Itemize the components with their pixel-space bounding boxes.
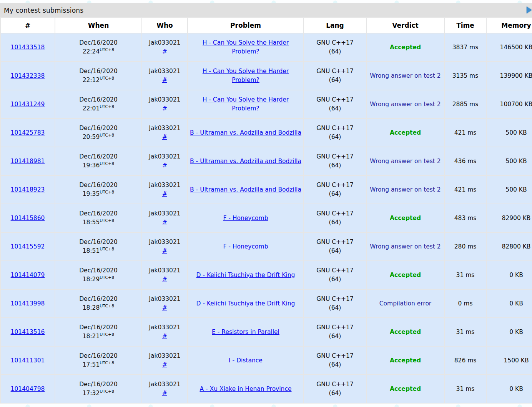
user-submissions-link[interactable]: # [162, 219, 167, 226]
submission-id-link[interactable]: 101411301 [11, 357, 45, 364]
memory-used: 500 KB [505, 158, 527, 165]
problem-link[interactable]: H - Can You Solve the Harder Problem? [203, 68, 289, 83]
submission-id-cell: 101431249 [0, 90, 55, 118]
submission-id-cell: 101432338 [0, 62, 55, 90]
time-cell: 3837 ms [444, 33, 486, 62]
user-submissions-link[interactable]: # [162, 247, 167, 254]
verdict-cell: Wrong answer on test 2 [366, 232, 444, 261]
problem-link[interactable]: F - Honeycomb [223, 215, 268, 222]
user-submissions-link[interactable]: # [162, 390, 167, 397]
problem-link[interactable]: B - Ultraman vs. Aodzilla and Bodzilla [190, 158, 301, 165]
submission-date: Dec/16/2020 [57, 323, 140, 332]
language-variant: (64) [306, 161, 364, 170]
problem-link[interactable]: I - Distance [229, 357, 263, 364]
memory-used: 146500 KB [500, 44, 532, 51]
memory-used: 139900 KB [500, 72, 532, 79]
language-variant: (64) [306, 47, 364, 56]
lang-cell: GNU C++17 (64) [304, 90, 366, 118]
language-name: GNU C++17 [306, 238, 364, 247]
language-name: GNU C++17 [306, 209, 364, 218]
when-cell: Dec/16/2020 22:01UTC+8 [55, 90, 142, 118]
problem-cell: F - Honeycomb [188, 204, 304, 232]
submission-date: Dec/16/2020 [57, 124, 140, 133]
problem-cell: D - Keiichi Tsuchiya the Drift King [188, 261, 304, 289]
problem-cell: H - Can You Solve the Harder Problem? [188, 90, 304, 118]
language-name: GNU C++17 [306, 380, 364, 389]
submission-id-link[interactable]: 101413998 [11, 300, 45, 307]
memory-used: 500 KB [505, 129, 527, 136]
table-row: 101413516 Dec/16/2020 18:21UTC+8 Jak0330… [0, 318, 532, 346]
submission-id-link[interactable]: 101425783 [11, 129, 45, 136]
execution-time: 31 ms [456, 329, 475, 335]
problem-link[interactable]: D - Keiichi Tsuchiya the Drift King [196, 300, 295, 307]
submission-id-link[interactable]: 101418923 [11, 186, 45, 193]
verdict-cell: Accepted [366, 318, 444, 346]
submission-id-link[interactable]: 101431249 [11, 101, 45, 108]
submission-time: 18:55UTC+8 [57, 218, 140, 227]
username: Jak033021 [144, 67, 186, 76]
column-header-memory: Memory [486, 18, 532, 33]
user-submissions-link[interactable]: # [162, 361, 167, 368]
problem-cell: B - Ultraman vs. Aodzilla and Bodzilla [188, 175, 304, 204]
submission-id-cell: 101413998 [0, 289, 55, 318]
verdict-text: Accepted [390, 215, 421, 222]
when-cell: Dec/16/2020 18:29UTC+8 [55, 261, 142, 289]
user-submissions-link[interactable]: # [162, 333, 167, 340]
user-submissions-link[interactable]: # [162, 48, 167, 55]
section-titlebar: My contest submissions [0, 3, 532, 17]
submission-time: 18:28UTC+8 [57, 304, 140, 312]
memory-cell: 0 KB [486, 375, 532, 403]
verdict-text: Wrong answer on test 2 [370, 158, 441, 165]
verdict-text: Accepted [390, 329, 421, 335]
expand-right-arrow-icon[interactable] [527, 7, 532, 13]
submission-id-link[interactable]: 101433518 [11, 44, 45, 51]
who-cell: Jak033021 # [142, 90, 188, 118]
when-cell: Dec/16/2020 19:36UTC+8 [55, 147, 142, 175]
execution-time: 31 ms [456, 385, 475, 392]
problem-link[interactable]: E - Resistors in Parallel [212, 329, 279, 335]
who-cell: Jak033021 # [142, 118, 188, 147]
problem-link[interactable]: B - Ultraman vs. Aodzilla and Bodzilla [190, 129, 301, 136]
when-cell: Dec/16/2020 17:51UTC+8 [55, 346, 142, 375]
problem-link[interactable]: B - Ultraman vs. Aodzilla and Bodzilla [190, 186, 301, 193]
who-cell: Jak033021 # [142, 318, 188, 346]
submission-time: 18:21UTC+8 [57, 332, 140, 341]
user-submissions-link[interactable]: # [162, 190, 167, 197]
problem-link[interactable]: H - Can You Solve the Harder Problem? [203, 96, 289, 112]
submission-id-cell: 101413516 [0, 318, 55, 346]
submission-id-link[interactable]: 101413516 [11, 329, 45, 335]
memory-cell: 82800 KB [486, 232, 532, 261]
memory-cell: 500 KB [486, 175, 532, 204]
problem-cell: A - Xu Xiake in Henan Province [188, 375, 304, 403]
timezone-label: UTC+8 [100, 47, 114, 52]
problem-link[interactable]: D - Keiichi Tsuchiya the Drift King [196, 272, 295, 279]
problem-link[interactable]: H - Can You Solve the Harder Problem? [203, 39, 289, 55]
submission-id-link[interactable]: 101415860 [11, 215, 45, 222]
user-submissions-link[interactable]: # [162, 133, 167, 140]
submission-id-link[interactable]: 101432338 [11, 72, 45, 79]
table-row: 101418923 Dec/16/2020 19:35UTC+8 Jak0330… [0, 175, 532, 204]
submissions-table: # When Who Problem Lang Verdict Time Mem… [0, 17, 532, 404]
verdict-cell: Accepted [366, 375, 444, 403]
verdict-text[interactable]: Compilation error [379, 300, 432, 307]
submission-id-link[interactable]: 101404798 [11, 385, 45, 392]
memory-cell: 1500 KB [486, 346, 532, 375]
lang-cell: GNU C++17 (64) [304, 62, 366, 90]
language-variant: (64) [306, 76, 364, 85]
problem-link[interactable]: A - Xu Xiake in Henan Province [200, 385, 291, 392]
user-submissions-link[interactable]: # [162, 77, 167, 83]
user-submissions-link[interactable]: # [162, 105, 167, 112]
verdict-text: Accepted [390, 357, 421, 364]
submission-id-link[interactable]: 101418981 [11, 158, 45, 165]
problem-link[interactable]: F - Honeycomb [223, 243, 268, 250]
submission-id-link[interactable]: 101415592 [11, 243, 45, 250]
username: Jak033021 [144, 380, 186, 389]
submission-id-link[interactable]: 101414079 [11, 272, 45, 279]
user-submissions-link[interactable]: # [162, 304, 167, 311]
user-submissions-link[interactable]: # [162, 276, 167, 283]
submission-id-cell: 101404798 [0, 375, 55, 403]
memory-cell: 500 KB [486, 147, 532, 175]
verdict-cell: Wrong answer on test 2 [366, 147, 444, 175]
username: Jak033021 [144, 124, 186, 133]
user-submissions-link[interactable]: # [162, 162, 167, 169]
